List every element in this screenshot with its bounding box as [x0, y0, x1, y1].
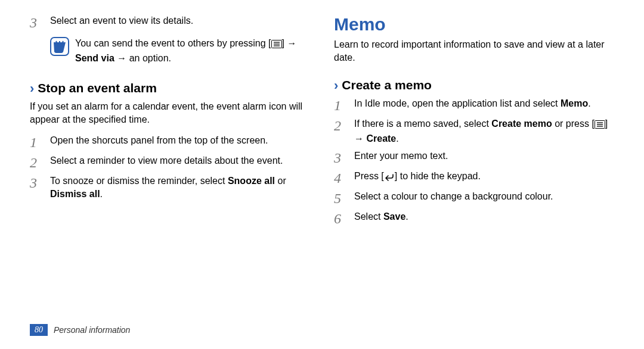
chevron-icon: ›	[334, 78, 338, 93]
step-text: To snooze or dismiss the reminder, selec…	[50, 174, 310, 200]
section-description: Learn to record important information to…	[334, 38, 614, 64]
step-text: Select Save.	[354, 210, 614, 223]
chapter-name: Personal information	[54, 325, 130, 335]
step-number: 6	[334, 210, 354, 226]
step-row: 6 Select Save.	[334, 210, 614, 226]
subsection-heading: ›Create a memo	[334, 78, 614, 94]
step-number: 3	[334, 149, 354, 165]
step-text: If there is a memo saved, select Create …	[354, 117, 614, 145]
step-text: Select a reminder to view more details a…	[50, 154, 310, 167]
note-icon	[50, 37, 69, 56]
step-row: 3 Enter your memo text.	[334, 149, 614, 165]
step-number: 2	[30, 154, 50, 170]
step-row: 5 Select a colour to change a background…	[334, 190, 614, 205]
step-row: 1 Open the shorcuts panel from the top o…	[30, 134, 310, 149]
step-text: Enter your memo text.	[354, 149, 614, 163]
step-number: 3	[30, 174, 50, 190]
step-text: Select an event to view its details.	[50, 14, 310, 27]
step-text: Select a colour to change a background c…	[354, 190, 614, 203]
step-row: 2 Select a reminder to view more details…	[30, 154, 310, 170]
subsection-heading: ›Stop an event alarm	[30, 81, 310, 96]
right-column: Memo Learn to record important informati…	[334, 14, 614, 310]
subsection-description: If you set an alarm for a calendar event…	[30, 100, 310, 126]
chevron-icon: ›	[30, 81, 34, 96]
step-number: 3	[30, 14, 50, 30]
step-row: 3 To snooze or dismiss the reminder, sel…	[30, 174, 310, 200]
page-number: 80	[30, 324, 48, 336]
step-text: In Idle mode, open the application list …	[354, 97, 614, 110]
section-title: Memo	[334, 14, 614, 35]
step-number: 1	[30, 134, 50, 149]
step-number: 2	[334, 117, 354, 133]
step-row: 2 If there is a memo saved, select Creat…	[334, 117, 614, 145]
step-row: 1 In Idle mode, open the application lis…	[334, 97, 614, 113]
page-body: 3 Select an event to view its details. Y…	[0, 0, 644, 310]
step-number: 5	[334, 190, 354, 205]
page-footer: 80 Personal information	[30, 324, 130, 336]
menu-key-icon	[595, 119, 605, 132]
step-number: 4	[334, 170, 354, 185]
step-row: 4 Press [] to hide the keypad.	[334, 170, 614, 185]
menu-key-icon	[271, 39, 282, 52]
note-text: You can send the event to others by pres…	[75, 37, 310, 64]
back-key-icon	[384, 172, 395, 185]
step-text: Press [] to hide the keypad.	[354, 170, 614, 185]
step-row: 3 Select an event to view its details.	[30, 14, 310, 30]
step-text: Open the shorcuts panel from the top of …	[50, 134, 310, 147]
left-column: 3 Select an event to view its details. Y…	[30, 14, 310, 310]
step-number: 1	[334, 97, 354, 113]
note-block: You can send the event to others by pres…	[50, 37, 310, 64]
